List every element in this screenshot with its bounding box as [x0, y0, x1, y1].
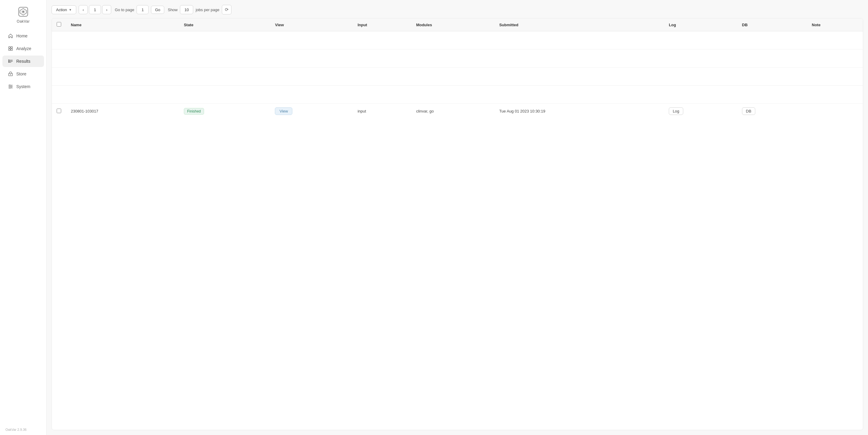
sidebar-item-results[interactable]: Results: [2, 56, 44, 67]
sidebar-home-label: Home: [16, 33, 27, 38]
sidebar: OakVar Home Analyze: [0, 0, 47, 435]
per-page-input[interactable]: [180, 5, 193, 14]
chevron-down-icon: ▼: [69, 8, 72, 11]
sidebar-results-label: Results: [16, 59, 30, 64]
results-icon: [8, 59, 13, 64]
sidebar-item-analyze[interactable]: Analyze: [2, 43, 44, 54]
jobs-table-container: Name State View Input Modules Submitted …: [52, 18, 863, 430]
empty-row-4: [52, 86, 863, 104]
svg-point-17: [9, 85, 10, 86]
refresh-icon: ⟳: [225, 7, 229, 12]
row-modules: clinvar, go: [411, 104, 495, 119]
svg-rect-9: [8, 60, 9, 61]
pagination-controls: ‹ ›: [79, 5, 111, 14]
oakvar-logo-icon: [17, 5, 30, 18]
db-button[interactable]: DB: [742, 107, 755, 115]
row-select-checkbox[interactable]: [57, 109, 61, 113]
prev-page-button[interactable]: ‹: [79, 5, 88, 14]
show-label: Show: [168, 7, 178, 12]
row-note: [807, 104, 863, 119]
col-name: Name: [66, 19, 179, 31]
col-view: View: [270, 19, 352, 31]
current-page-input[interactable]: [89, 5, 101, 14]
empty-row-2: [52, 50, 863, 67]
svg-point-18: [11, 86, 12, 87]
log-button[interactable]: Log: [669, 107, 683, 115]
sidebar-store-label: Store: [16, 71, 26, 76]
state-badge: Finished: [184, 108, 204, 115]
go-to-page-input[interactable]: [136, 5, 149, 14]
row-db: DB: [737, 104, 807, 119]
col-log: Log: [664, 19, 737, 31]
view-button[interactable]: View: [275, 107, 292, 115]
home-icon: [8, 33, 13, 39]
empty-row-1: [52, 31, 863, 50]
col-input: Input: [352, 19, 411, 31]
main-content: Action ▼ ‹ › Go to page Go Show jobs per…: [47, 0, 868, 435]
sidebar-system-label: System: [16, 84, 30, 89]
sidebar-item-system[interactable]: System: [2, 81, 44, 92]
select-all-header: [52, 19, 66, 31]
analyze-icon: [8, 46, 13, 51]
go-button[interactable]: Go: [151, 6, 164, 14]
svg-rect-5: [11, 49, 12, 50]
row-view: View: [270, 104, 352, 119]
store-icon: [8, 71, 13, 77]
next-page-button[interactable]: ›: [102, 5, 111, 14]
col-state: State: [179, 19, 270, 31]
row-submitted: Tue Aug 01 2023 10:30:19: [494, 104, 664, 119]
go-to-page-label: Go to page: [115, 7, 134, 12]
col-modules: Modules: [411, 19, 495, 31]
select-all-checkbox[interactable]: [57, 22, 61, 27]
svg-point-19: [9, 87, 10, 89]
table-row: 230801-103017 Finished View input clinva…: [52, 104, 863, 119]
row-log: Log: [664, 104, 737, 119]
col-note: Note: [807, 19, 863, 31]
svg-rect-2: [9, 47, 10, 48]
jobs-table: Name State View Input Modules Submitted …: [52, 19, 863, 119]
table-header-row: Name State View Input Modules Submitted …: [52, 19, 863, 31]
col-submitted: Submitted: [494, 19, 664, 31]
sidebar-item-home[interactable]: Home: [2, 30, 44, 41]
row-checkbox-cell: [52, 104, 66, 119]
sidebar-item-store[interactable]: Store: [2, 68, 44, 80]
sidebar-nav: Home Analyze Results: [0, 27, 46, 424]
system-icon: [8, 84, 13, 89]
svg-point-1: [22, 11, 24, 13]
version-label: OakVar 2.9.36: [0, 424, 46, 435]
logo-text: OakVar: [17, 19, 30, 24]
refresh-button[interactable]: ⟳: [222, 5, 231, 14]
svg-rect-4: [9, 49, 10, 50]
svg-point-13: [10, 74, 11, 75]
jobs-per-page-label: jobs per page: [195, 7, 219, 12]
row-name: 230801-103017: [66, 104, 179, 119]
svg-rect-10: [8, 61, 9, 61]
svg-rect-3: [11, 47, 12, 48]
row-state: Finished: [179, 104, 270, 119]
row-input: input: [352, 104, 411, 119]
svg-rect-11: [8, 62, 9, 63]
sidebar-analyze-label: Analyze: [16, 46, 31, 51]
logo-area: OakVar: [0, 0, 46, 27]
action-button[interactable]: Action ▼: [52, 5, 76, 14]
col-db: DB: [737, 19, 807, 31]
empty-row-3: [52, 67, 863, 86]
action-label: Action: [56, 7, 67, 12]
toolbar: Action ▼ ‹ › Go to page Go Show jobs per…: [52, 5, 863, 14]
